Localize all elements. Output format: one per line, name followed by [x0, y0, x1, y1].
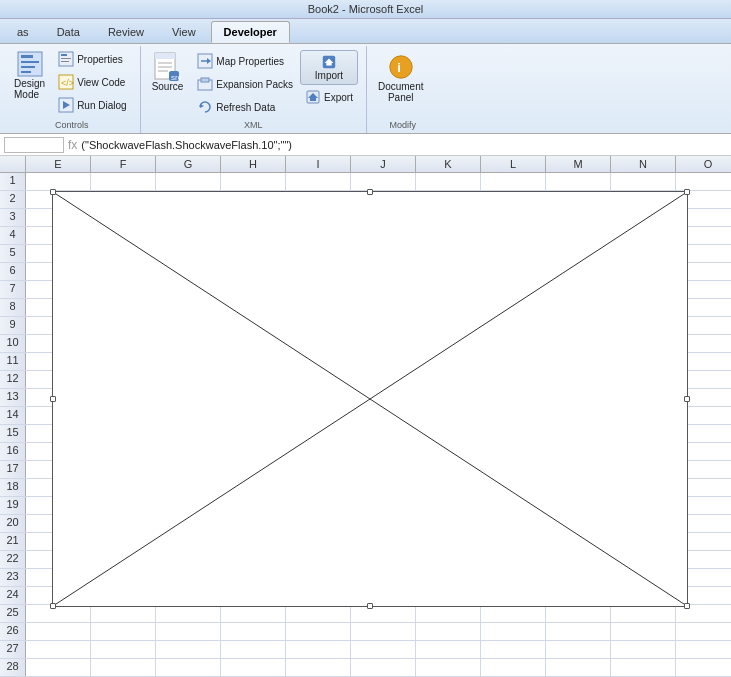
tab-view[interactable]: View: [159, 21, 209, 43]
source-label: Source: [152, 81, 184, 92]
cell[interactable]: [676, 659, 731, 676]
cell[interactable]: [26, 173, 91, 190]
cell[interactable]: [351, 659, 416, 676]
export-button[interactable]: Export: [300, 86, 358, 108]
cell[interactable]: [481, 659, 546, 676]
cell[interactable]: [286, 173, 351, 190]
cell[interactable]: [221, 173, 286, 190]
cell[interactable]: [481, 623, 546, 640]
cell[interactable]: [91, 623, 156, 640]
cell[interactable]: [91, 173, 156, 190]
cell[interactable]: [91, 659, 156, 676]
cell[interactable]: [156, 641, 221, 658]
import-button[interactable]: Import: [300, 50, 358, 85]
cell[interactable]: [91, 641, 156, 658]
export-icon: [305, 89, 321, 105]
cell[interactable]: [611, 623, 676, 640]
handle-bottom-right[interactable]: [684, 603, 690, 609]
svg-rect-4: [21, 71, 31, 73]
cell[interactable]: [286, 623, 351, 640]
controls-content: DesignMode Properties: [8, 48, 132, 116]
col-header-F[interactable]: F: [91, 156, 156, 172]
cell[interactable]: [676, 641, 731, 658]
row-number: 26: [0, 623, 26, 640]
cell[interactable]: [26, 641, 91, 658]
placeholder-svg: [53, 192, 687, 606]
view-code-button[interactable]: </> View Code: [53, 71, 131, 93]
import-icon: [321, 54, 337, 70]
col-header-J[interactable]: J: [351, 156, 416, 172]
source-button[interactable]: src Source: [145, 48, 191, 97]
cell[interactable]: [676, 173, 731, 190]
cell[interactable]: [26, 623, 91, 640]
rows-container: 1234567891011121314151617181920212223242…: [0, 173, 731, 677]
cell[interactable]: [286, 641, 351, 658]
cell[interactable]: [221, 641, 286, 658]
col-header-L[interactable]: L: [481, 156, 546, 172]
row-number: 20: [0, 515, 26, 532]
design-mode-button[interactable]: DesignMode: [8, 48, 51, 102]
properties-button[interactable]: Properties: [53, 48, 131, 70]
handle-top-right[interactable]: [684, 189, 690, 195]
cell[interactable]: [351, 641, 416, 658]
cell[interactable]: [26, 659, 91, 676]
row-number: 12: [0, 371, 26, 388]
expansion-packs-button[interactable]: Expansion Packs: [192, 73, 298, 95]
refresh-data-label: Refresh Data: [216, 102, 275, 113]
formula-text: ("ShockwaveFlash.ShockwaveFlash.10";""): [81, 139, 292, 151]
cell[interactable]: [351, 173, 416, 190]
col-header-K[interactable]: K: [416, 156, 481, 172]
col-header-I[interactable]: I: [286, 156, 351, 172]
tab-review[interactable]: Review: [95, 21, 157, 43]
cell[interactable]: [481, 173, 546, 190]
name-box[interactable]: [4, 137, 64, 153]
tab-developer[interactable]: Developer: [211, 21, 290, 43]
col-header-O[interactable]: O: [676, 156, 731, 172]
svg-text:i: i: [397, 60, 401, 75]
handle-top-center[interactable]: [367, 189, 373, 195]
cell[interactable]: [156, 623, 221, 640]
spreadsheet: E F G H I J K L M N O P 1234567891011121…: [0, 156, 731, 677]
embedded-object[interactable]: [52, 191, 688, 607]
cell[interactable]: [546, 659, 611, 676]
cell[interactable]: [416, 173, 481, 190]
col-header-M[interactable]: M: [546, 156, 611, 172]
handle-top-left[interactable]: [50, 189, 56, 195]
properties-icon: [58, 51, 74, 67]
cell[interactable]: [546, 623, 611, 640]
cell[interactable]: [416, 641, 481, 658]
handle-bottom-center[interactable]: [367, 603, 373, 609]
document-panel-button[interactable]: i DocumentPanel: [371, 48, 431, 108]
col-header-E[interactable]: E: [26, 156, 91, 172]
cell[interactable]: [416, 659, 481, 676]
tab-data[interactable]: Data: [44, 21, 93, 43]
cell[interactable]: [676, 623, 731, 640]
cell[interactable]: [546, 173, 611, 190]
cell[interactable]: [416, 623, 481, 640]
cell[interactable]: [221, 659, 286, 676]
table-row: 1: [0, 173, 731, 191]
cell[interactable]: [221, 623, 286, 640]
cell[interactable]: [156, 659, 221, 676]
cell[interactable]: [481, 641, 546, 658]
refresh-data-button[interactable]: Refresh Data: [192, 96, 298, 118]
cell[interactable]: [546, 641, 611, 658]
cell[interactable]: [156, 173, 221, 190]
handle-bottom-left[interactable]: [50, 603, 56, 609]
run-dialog-button[interactable]: Run Dialog: [53, 94, 131, 116]
cell[interactable]: [351, 623, 416, 640]
col-header-N[interactable]: N: [611, 156, 676, 172]
cell[interactable]: [611, 641, 676, 658]
handle-mid-left[interactable]: [50, 396, 56, 402]
formula-bar: fx ("ShockwaveFlash.ShockwaveFlash.10";"…: [0, 134, 731, 156]
cell[interactable]: [611, 659, 676, 676]
map-properties-button[interactable]: Map Properties: [192, 50, 298, 72]
cell[interactable]: [611, 173, 676, 190]
controls-group-label: Controls: [4, 120, 140, 130]
row-number: 8: [0, 299, 26, 316]
col-header-H[interactable]: H: [221, 156, 286, 172]
tab-as[interactable]: as: [4, 21, 42, 43]
handle-mid-right[interactable]: [684, 396, 690, 402]
cell[interactable]: [286, 659, 351, 676]
col-header-G[interactable]: G: [156, 156, 221, 172]
